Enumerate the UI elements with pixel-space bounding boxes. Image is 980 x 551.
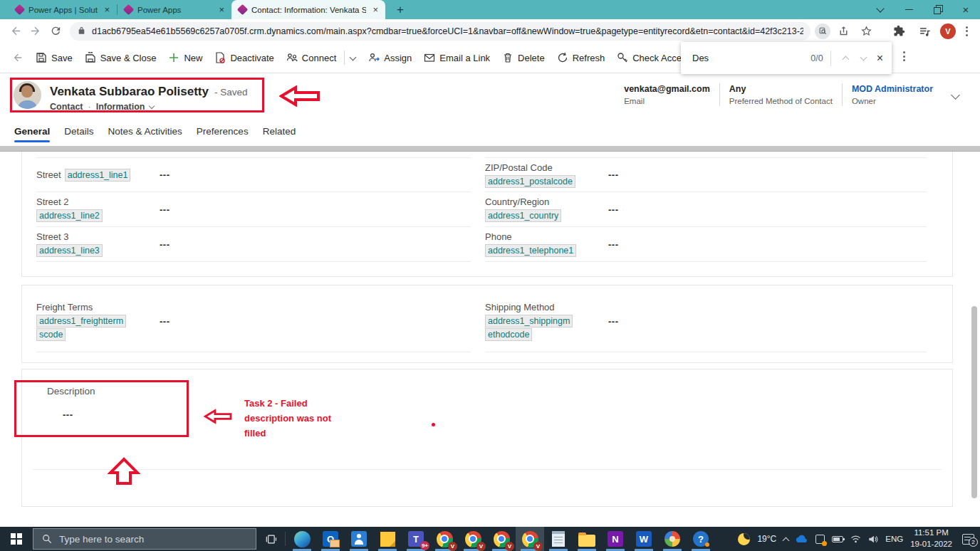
command-bar-overflow-icon[interactable] <box>899 51 909 61</box>
save-button[interactable]: Save <box>31 48 78 68</box>
connect-button[interactable]: Connect <box>281 48 341 68</box>
language-indicator[interactable]: ENG <box>885 535 903 543</box>
field-value[interactable]: --- <box>608 316 619 327</box>
browser-tab-power-apps-solutions[interactable]: Power Apps | Solutions - Flows × <box>9 0 117 19</box>
tab-close-icon[interactable]: × <box>371 5 380 14</box>
tray-expand-chevron-icon[interactable] <box>783 537 790 544</box>
file-explorer-icon <box>578 535 595 547</box>
wifi-icon[interactable] <box>850 535 861 543</box>
taskbar-clock[interactable]: 11:51 PM 19-01-2022 <box>910 528 952 550</box>
tab-close-icon[interactable]: × <box>217 5 226 14</box>
field-shipping-method: Shipping Method address1_shippingm ethod… <box>485 291 927 352</box>
browser-tab-contact-active[interactable]: Contact: Information: Venkata Su × <box>231 0 385 19</box>
playlist-extension-icon[interactable] <box>914 21 934 41</box>
new-tab-button[interactable]: + <box>391 1 410 19</box>
taskbar-teams-button[interactable]: T9+ <box>402 527 430 551</box>
taskbar-chrome-button-active[interactable]: V <box>516 527 544 551</box>
reload-icon[interactable] <box>46 21 66 41</box>
form-scrollbar[interactable] <box>970 152 979 527</box>
start-button[interactable] <box>0 527 33 551</box>
form-back-icon[interactable] <box>7 47 28 68</box>
save-and-close-button[interactable]: Save & Close <box>80 48 162 68</box>
owner-label: Owner <box>852 97 933 105</box>
new-button[interactable]: New <box>163 48 207 68</box>
browser-menu-icon[interactable] <box>961 26 972 36</box>
header-expand-chevron-icon[interactable] <box>951 90 960 100</box>
field-value[interactable]: --- <box>160 239 170 250</box>
field-divider <box>33 469 942 470</box>
field-value[interactable]: --- <box>608 169 619 180</box>
share-icon[interactable] <box>833 21 853 41</box>
restore-button[interactable] <box>923 0 952 19</box>
task-view-button[interactable] <box>259 527 283 551</box>
refresh-label: Refresh <box>573 53 605 63</box>
refresh-button[interactable]: Refresh <box>552 48 610 68</box>
field-value[interactable]: --- <box>608 204 619 215</box>
connect-dropdown-chevron-icon[interactable] <box>350 53 357 61</box>
edge-icon <box>294 531 311 547</box>
browser-address-bar: d1acb6795ea54e61b5569c6257a0705f.crm.dyn… <box>0 19 980 43</box>
taskbar-paint-button[interactable] <box>658 527 687 551</box>
bookmark-star-icon[interactable] <box>856 21 876 41</box>
field-value[interactable]: --- <box>160 316 170 327</box>
tab-notes-activities[interactable]: Notes & Activities <box>108 122 182 142</box>
minimize-button[interactable] <box>895 0 923 19</box>
field-value[interactable]: --- <box>608 239 619 250</box>
assign-button[interactable]: Assign <box>363 48 417 68</box>
delete-button[interactable]: Delete <box>497 48 550 68</box>
find-input[interactable]: Des <box>692 53 810 63</box>
deactivate-button[interactable]: Deactivate <box>209 48 278 68</box>
tab-general[interactable]: General <box>14 122 50 142</box>
back-icon[interactable] <box>6 21 26 41</box>
assign-label: Assign <box>384 53 412 63</box>
forward-icon[interactable] <box>26 21 46 41</box>
field-label: Country/Region <box>485 196 592 207</box>
taskbar-chrome-button-2[interactable]: V <box>459 527 487 551</box>
close-button[interactable]: × <box>952 0 980 19</box>
owner-value[interactable]: MOD Administrator <box>852 84 933 94</box>
tab-close-icon[interactable]: × <box>103 5 111 14</box>
tab-related[interactable]: Related <box>263 122 296 142</box>
search-tabs-icon[interactable] <box>815 23 830 39</box>
field-label: Street <box>36 169 61 180</box>
security-tray-icon[interactable] <box>815 535 825 544</box>
tab-preferences[interactable]: Preferences <box>197 122 249 142</box>
taskbar-chrome-button-1[interactable]: V <box>430 527 459 551</box>
find-close-icon[interactable]: × <box>877 52 883 65</box>
taskbar-outlook-button[interactable]: O <box>316 527 345 551</box>
taskbar-search-input[interactable]: Type here to search <box>33 528 256 550</box>
url-field[interactable]: d1acb6795ea54e61b5569c6257a0705f.crm.dyn… <box>70 22 810 41</box>
taskbar-file-explorer-button[interactable] <box>573 527 601 551</box>
tab-details[interactable]: Details <box>64 122 93 142</box>
field-value[interactable]: --- <box>160 169 170 180</box>
scrollbar-thumb[interactable] <box>971 306 977 498</box>
field-value[interactable]: --- <box>160 204 170 215</box>
weather-temperature[interactable]: 19°C <box>757 534 776 544</box>
weather-moon-icon[interactable] <box>738 533 750 545</box>
taskbar-sticky-notes-button[interactable] <box>373 527 402 551</box>
browser-profile-avatar[interactable]: V <box>940 23 956 39</box>
taskbar-onenote-button[interactable]: N <box>601 527 630 551</box>
header-owner-field[interactable]: MOD Administrator Owner <box>843 84 942 105</box>
taskbar-people-button[interactable] <box>345 527 373 551</box>
extensions-puzzle-icon[interactable] <box>889 21 909 41</box>
onedrive-cloud-icon[interactable] <box>796 535 808 543</box>
find-previous-icon[interactable] <box>842 56 849 63</box>
schema-name-tag: address1_line1 <box>65 169 131 182</box>
email-link-button[interactable]: Email a Link <box>419 48 495 68</box>
action-center-icon[interactable]: 2 <box>962 534 974 545</box>
find-next-icon[interactable] <box>860 54 867 61</box>
taskbar-chrome-button-3[interactable]: V <box>487 527 516 551</box>
taskbar-edge-button[interactable] <box>288 527 316 551</box>
teams-badge: 9+ <box>420 541 429 550</box>
taskbar-help-button[interactable]: ? <box>687 527 715 551</box>
battery-icon[interactable] <box>832 536 843 542</box>
volume-icon[interactable] <box>868 535 878 544</box>
taskbar-word-button[interactable]: W <box>630 527 658 551</box>
header-email-field[interactable]: venkata@gmail.com Email <box>615 84 719 105</box>
header-preferred-method-field[interactable]: Any Preferred Method of Contact <box>720 84 842 105</box>
omnibox-actions <box>815 21 876 41</box>
browser-tab-power-apps[interactable]: Power Apps × <box>118 0 231 19</box>
tab-search-chevron-icon[interactable] <box>866 0 895 19</box>
taskbar-notepad-button[interactable] <box>544 527 573 551</box>
